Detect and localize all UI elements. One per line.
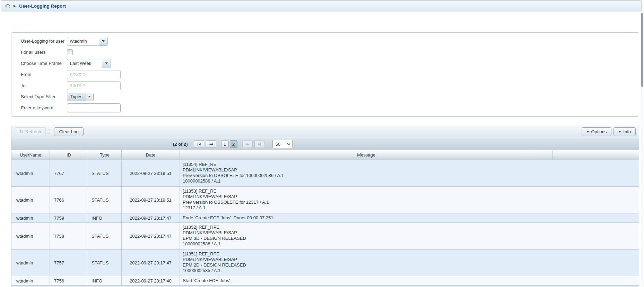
timeframe-select[interactable]: Last Week — [67, 59, 111, 68]
keyword-input[interactable] — [67, 103, 121, 112]
rows-per-page-select[interactable]: 50 — [272, 140, 293, 148]
breadcrumb: ▶ User-Logging Report — [1, 0, 642, 11]
cell-date: 2022-09-27 23:17:40 — [122, 276, 180, 285]
refresh-button[interactable]: ↻ Refresh — [15, 127, 46, 136]
cell-username: wtadmin — [11, 276, 50, 285]
paginator-prev-button[interactable]: ◀◀ — [206, 140, 216, 148]
message-line: 10000002586 / A.1 — [183, 178, 639, 184]
cell-id: 7766 — [50, 187, 88, 213]
cell-username: wtadmin — [11, 187, 50, 213]
info-button[interactable]: Info — [613, 127, 636, 136]
timeframe-select-dropdown-button[interactable] — [102, 59, 111, 68]
all-users-label: For all users — [21, 50, 67, 55]
message-line: 10000002586 / A.1 — [183, 241, 639, 247]
user-label: User-Logging for user — [21, 39, 67, 44]
message-line: Prev version to OBSOLETE for 10000002586… — [183, 173, 639, 178]
message-line: PDMLINK/VIEWABLE/SAP — [183, 167, 639, 173]
chevron-down-icon — [586, 131, 589, 133]
page: ▶ User-Logging Report User-Logging for u… — [0, 0, 644, 287]
keyword-label: Enter a keyword — [21, 105, 67, 110]
table-row[interactable]: wtadmin 7766 STATUS 2022-09-27 23:19:51 … — [11, 187, 639, 213]
cell-date: 2022-09-27 23:17:47 — [122, 213, 180, 222]
log-table-panel: ↻ Refresh Clear Log Options Info (2 of 2… — [11, 125, 639, 287]
next-page-icon: ▶▶ — [245, 143, 249, 146]
cell-username: wtadmin — [11, 213, 50, 222]
paginator-next-button[interactable]: ▶▶ — [242, 140, 253, 148]
scrollbar-thumb[interactable] — [641, 13, 643, 87]
clear-log-button-label: Clear Log — [59, 129, 78, 134]
page-title[interactable]: User-Logging Report — [19, 3, 66, 9]
type-filter-label: Select Type Filter — [21, 94, 67, 99]
cell-message: Start 'Create ECE Jobs'. — [180, 276, 639, 285]
from-date-input[interactable] — [67, 70, 121, 79]
table-row[interactable]: wtadmin 7759 INFO 2022-09-27 23:17:47 En… — [11, 213, 639, 223]
user-select[interactable]: wtadmin — [67, 37, 108, 46]
paginator-info: (2 of 2) — [173, 142, 188, 147]
table-row[interactable]: wtadmin 7767 STATUS 2022-09-27 23:19:51 … — [11, 160, 639, 187]
cell-message: [11353] REF_RE PDMLINK/VIEWABLE/SAP Prev… — [180, 187, 639, 213]
cell-username: wtadmin — [11, 160, 50, 186]
type-filter-value: Types — [67, 93, 86, 101]
type-filter-dropdown-button[interactable] — [86, 93, 93, 101]
timeframe-select-value: Last Week — [67, 61, 102, 66]
message-line: [11353] REF_RE — [183, 188, 639, 194]
home-icon[interactable] — [5, 3, 10, 9]
message-line: PDMLINK/VIEWABLE/SAP — [183, 194, 639, 200]
info-button-label: Info — [623, 129, 631, 134]
all-users-checkbox[interactable] — [67, 49, 73, 55]
chevron-down-icon — [287, 142, 290, 145]
user-select-dropdown-button[interactable] — [99, 37, 107, 45]
form-row-keyword: Enter a keyword — [21, 103, 639, 112]
column-header-username[interactable]: UserName — [11, 150, 50, 160]
cell-username: wtadmin — [11, 250, 50, 276]
cell-type: STATUS — [88, 160, 122, 186]
cell-id: 7757 — [50, 250, 88, 276]
cell-date: 2022-09-27 23:17:47 — [122, 250, 180, 276]
column-header-message[interactable]: Message — [180, 150, 553, 160]
form-row-timeframe: Choose Time Frame Last Week — [21, 59, 639, 68]
table-row[interactable]: wtadmin 7757 STATUS 2022-09-27 23:17:47 … — [11, 250, 639, 276]
column-header-id[interactable]: ID — [50, 150, 88, 160]
message-line: [11351] REF_RPE — [183, 251, 639, 257]
cell-id: 7767 — [50, 160, 88, 186]
type-filter-menubutton[interactable]: Types — [67, 93, 94, 101]
options-button[interactable]: Options — [582, 127, 612, 136]
first-page-icon: ◀ — [198, 143, 200, 146]
table-row[interactable]: wtadmin 7758 STATUS 2022-09-27 23:17:47 … — [11, 223, 639, 250]
form-row-type-filter: Select Type Filter Types — [21, 92, 639, 101]
cell-username: wtadmin — [11, 223, 50, 249]
paginator: (2 of 2) ◀ ◀◀ 1 2 ▶▶ ▶ 50 — [11, 138, 639, 150]
paginator-last-button[interactable]: ▶ — [254, 140, 265, 148]
table-row-clipped[interactable] — [11, 286, 639, 287]
message-line: [11352] REF_RPE — [183, 225, 639, 230]
cell-id: 7758 — [50, 223, 88, 249]
clear-log-button[interactable]: Clear Log — [54, 127, 83, 136]
chevron-down-icon — [102, 40, 105, 42]
paginator-page-2-active[interactable]: 2 — [230, 140, 237, 148]
chevron-down-icon — [88, 96, 91, 98]
cell-message: [11352] REF_RPE PDMLINK/VIEWABLE/SAP EPM… — [180, 223, 639, 249]
column-header-type[interactable]: Type — [88, 150, 122, 160]
message-line: Prev version to OBSOLETE for 12317 / A.1 — [183, 200, 639, 205]
prev-page-icon: ◀◀ — [209, 143, 212, 146]
filter-panel: User-Logging for user wtadmin For all us… — [11, 32, 639, 117]
cell-message: [11354] REF_RE PDMLINK/VIEWABLE/SAP Prev… — [180, 160, 639, 186]
column-header-filler — [553, 150, 639, 160]
last-page-icon: ▶ — [258, 143, 261, 146]
user-select-value: wtadmin — [67, 39, 99, 44]
table-toolbar: ↻ Refresh Clear Log Options Info — [11, 125, 639, 138]
cell-type: STATUS — [88, 223, 122, 249]
cell-type: STATUS — [88, 187, 122, 213]
message-line: PDMLINK/VIEWABLE/SAP — [183, 257, 639, 262]
column-header-date[interactable]: Date — [122, 150, 180, 160]
options-button-label: Options — [591, 129, 607, 134]
paginator-page-1[interactable]: 1 — [221, 140, 229, 148]
cell-message: [11351] REF_RPE PDMLINK/VIEWABLE/SAP EPM… — [180, 250, 639, 276]
cell-type: INFO — [88, 213, 122, 222]
paginator-first-button[interactable]: ◀ — [194, 140, 204, 148]
to-label: To — [21, 83, 67, 88]
form-row-to: To — [21, 81, 639, 90]
table-row[interactable]: wtadmin 7756 INFO 2022-09-27 23:17:40 St… — [11, 276, 639, 286]
message-line: EPM 3D - DESIGN RELEASED — [183, 236, 639, 241]
to-date-input[interactable] — [67, 81, 121, 90]
